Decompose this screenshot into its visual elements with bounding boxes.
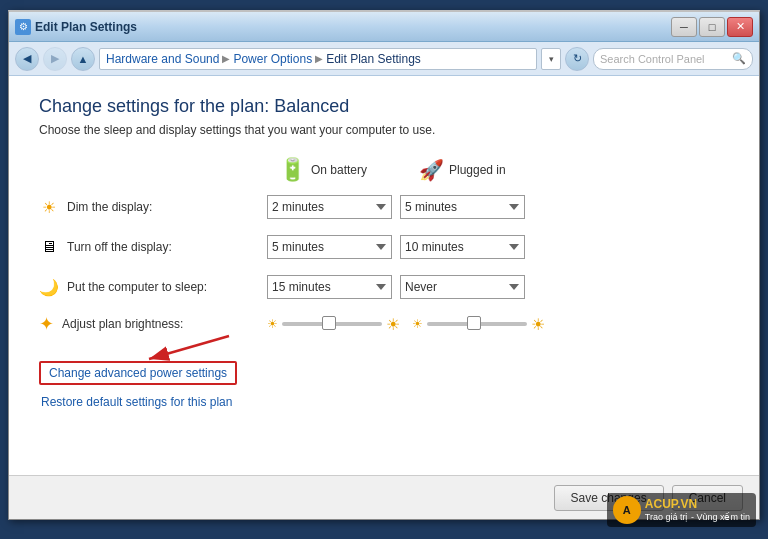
title-bar: ⚙ Edit Plan Settings ─ □ ✕ [9,12,759,42]
window-icon: ⚙ [15,19,31,35]
page-title: Change settings for the plan: Balanced [39,96,729,117]
watermark-logo: A [613,496,641,524]
turnoff-plugged-select[interactable]: 10 minutes 1 minute 5 minutes 15 minutes… [400,235,525,259]
title-controls: ─ □ ✕ [671,17,753,37]
sun-large-battery: ☀ [386,315,400,334]
dim-icon: ☀ [39,197,59,217]
sleep-icon: 🌙 [39,277,59,297]
turnoff-label: Turn off the display: [67,240,267,254]
back-button[interactable]: ◀ [15,47,39,71]
plugged-brightness-group: ☀ ☀ [412,315,545,334]
rocket-icon: 🚀 [419,158,444,182]
sun-small-plugged: ☀ [412,317,423,331]
monitor-icon: 🖥 [39,237,59,257]
advanced-link-container: Change advanced power settings [39,361,729,391]
watermark: A ACUP.VN Trao giá trị - Vùng xếm tin [607,493,756,527]
plugged-column-header: 🚀 Plugged in [419,157,559,183]
column-headers: 🔋 On battery 🚀 Plugged in [279,157,729,183]
watermark-tagline: Trao giá trị - Vùng xếm tin [645,512,750,523]
dim-display-row: ☀ Dim the display: 2 minutes 1 minute 3 … [39,193,729,221]
sleep-controls: 15 minutes 1 minute 5 minutes 10 minutes… [267,275,525,299]
title-bar-left: ⚙ Edit Plan Settings [15,19,137,35]
watermark-text: ACUP.VN Trao giá trị - Vùng xếm tin [645,497,750,522]
brightness-label: ✦ Adjust plan brightness: [39,313,267,335]
breadcrumb-sep-2: ▶ [315,53,323,64]
dim-battery-select[interactable]: 2 minutes 1 minute 3 minutes 5 minutes N… [267,195,392,219]
sun-large-plugged: ☀ [531,315,545,334]
minimize-button[interactable]: ─ [671,17,697,37]
close-button[interactable]: ✕ [727,17,753,37]
breadcrumb-current: Edit Plan Settings [326,52,421,66]
battery-column-header: 🔋 On battery [279,157,419,183]
breadcrumb: Hardware and Sound ▶ Power Options ▶ Edi… [99,48,537,70]
svg-line-1 [149,336,229,359]
dim-controls: 2 minutes 1 minute 3 minutes 5 minutes N… [267,195,525,219]
sleep-row: 🌙 Put the computer to sleep: 15 minutes … [39,273,729,301]
sun-small-battery: ☀ [267,317,278,331]
brightness-label-text: Adjust plan brightness: [62,317,183,331]
watermark-site: ACUP.VN [645,497,750,511]
battery-icon: 🔋 [279,157,306,183]
breadcrumb-hardware[interactable]: Hardware and Sound [106,52,219,66]
plugged-label: Plugged in [449,163,506,177]
search-bar[interactable]: Search Control Panel 🔍 [593,48,753,70]
dim-plugged-select[interactable]: 5 minutes 1 minute 2 minutes 3 minutes 1… [400,195,525,219]
battery-brightness-group: ☀ ☀ [267,315,400,334]
brightness-sun-icon: ✦ [39,313,54,335]
turnoff-display-row: 🖥 Turn off the display: 5 minutes 1 minu… [39,233,729,261]
maximize-button[interactable]: □ [699,17,725,37]
dim-label: Dim the display: [67,200,267,214]
sleep-label: Put the computer to sleep: [67,280,267,294]
sleep-battery-select[interactable]: 15 minutes 1 minute 5 minutes 10 minutes… [267,275,392,299]
battery-brightness-thumb[interactable] [322,316,336,330]
restore-defaults-link[interactable]: Restore default settings for this plan [41,395,729,409]
brightness-row: ✦ Adjust plan brightness: ☀ ☀ ☀ ☀ [39,313,729,335]
plugged-brightness-thumb[interactable] [467,316,481,330]
breadcrumb-dropdown[interactable]: ▾ [541,48,561,70]
battery-label: On battery [311,163,367,177]
breadcrumb-sep-1: ▶ [222,53,230,64]
main-window: ⚙ Edit Plan Settings ─ □ ✕ ◀ ▶ ▲ Hardwar… [8,10,760,520]
window-title: Edit Plan Settings [35,20,137,34]
forward-button[interactable]: ▶ [43,47,67,71]
page-subtitle: Choose the sleep and display settings th… [39,123,729,137]
refresh-button[interactable]: ↻ [565,47,589,71]
search-icon: 🔍 [732,52,746,65]
turnoff-battery-select[interactable]: 5 minutes 1 minute 2 minutes 3 minutes N… [267,235,392,259]
content-area: Change settings for the plan: Balanced C… [9,76,759,475]
up-button[interactable]: ▲ [71,47,95,71]
address-bar: ◀ ▶ ▲ Hardware and Sound ▶ Power Options… [9,42,759,76]
turnoff-controls: 5 minutes 1 minute 2 minutes 3 minutes N… [267,235,525,259]
battery-brightness-slider[interactable] [282,322,382,326]
advanced-settings-link[interactable]: Change advanced power settings [39,361,237,385]
sleep-plugged-select[interactable]: Never 1 minute 5 minutes 15 minutes 30 m… [400,275,525,299]
breadcrumb-power[interactable]: Power Options [233,52,312,66]
plugged-brightness-slider[interactable] [427,322,527,326]
search-placeholder: Search Control Panel [600,53,705,65]
links-section: Change advanced power settings Restore d… [39,353,729,409]
